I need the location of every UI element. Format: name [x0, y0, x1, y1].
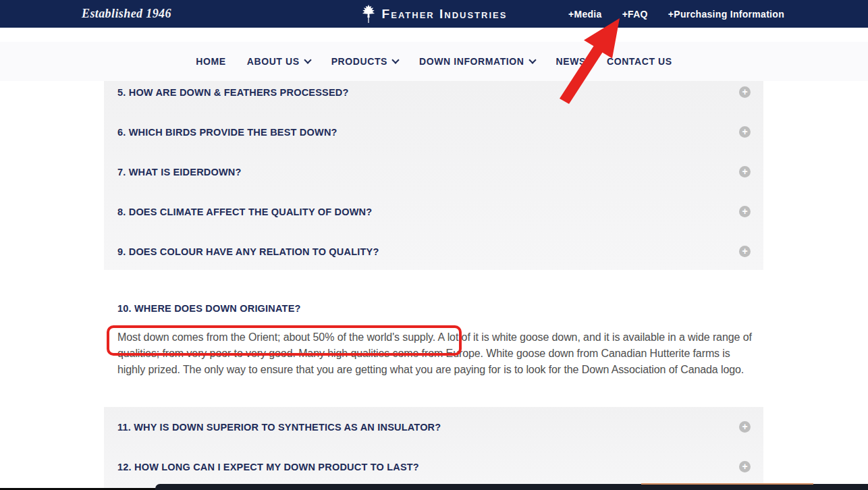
top-link-purchasing-information[interactable]: +Purchasing Information	[668, 9, 784, 20]
nav-item-news[interactable]: NEWS	[556, 56, 586, 67]
faq-page: Established 1946 Feather Industries +Med…	[0, 0, 868, 490]
faq-row-6[interactable]: 6. WHICH BIRDS PROVIDE THE BEST DOWN? +	[104, 112, 763, 152]
faq-question: 5. HOW ARE DOWN & FEATHERS PROCESSED?	[117, 87, 349, 98]
faq-question: 8. DOES CLIMATE AFFECT THE QUALITY OF DO…	[117, 207, 372, 217]
top-links: +Media +FAQ +Purchasing Information	[568, 0, 784, 28]
faq-question: 11. WHY IS DOWN SUPERIOR TO SYNTHETICS A…	[117, 422, 441, 433]
nav-item-about-us[interactable]: ABOUT US	[247, 56, 310, 67]
maple-leaf-icon	[361, 5, 376, 23]
plus-circle-icon[interactable]: +	[739, 206, 751, 217]
nav-item-home[interactable]: HOME	[196, 56, 225, 67]
main-navbar: HOME ABOUT US PRODUCTS DOWN INFORMATION …	[0, 42, 868, 81]
faq-question: 9. DOES COLOUR HAVE ANY RELATION TO QUAL…	[117, 246, 379, 257]
bottom-overlay-bar	[155, 484, 868, 490]
nav-label: ABOUT US	[247, 56, 300, 67]
plus-circle-icon[interactable]: +	[739, 86, 751, 98]
faq-row-5[interactable]: 5. HOW ARE DOWN & FEATHERS PROCESSED? +	[104, 81, 763, 112]
chevron-down-icon	[304, 56, 311, 63]
chevron-down-icon	[528, 56, 536, 63]
faq-question: 7. WHAT IS EIDERDOWN?	[117, 167, 242, 178]
nav-label: DOWN INFORMATION	[419, 56, 524, 67]
brand-name: Feather Industries	[382, 7, 508, 22]
plus-circle-icon[interactable]: +	[739, 421, 751, 433]
nav-label: NEWS	[556, 56, 586, 67]
faq-question: 6. WHICH BIRDS PROVIDE THE BEST DOWN?	[117, 127, 337, 138]
nav-label: PRODUCTS	[331, 56, 387, 67]
nav-item-contact-us[interactable]: CONTACT US	[607, 56, 672, 67]
established-tagline: Established 1946	[82, 0, 171, 28]
top-utility-bar: Established 1946 Feather Industries +Med…	[0, 0, 868, 28]
plus-circle-icon[interactable]: +	[739, 126, 751, 138]
faq-row-11[interactable]: 11. WHY IS DOWN SUPERIOR TO SYNTHETICS A…	[104, 407, 763, 447]
faq-row-9[interactable]: 9. DOES COLOUR HAVE ANY RELATION TO QUAL…	[104, 232, 763, 270]
faq-accordion-upper: 5. HOW ARE DOWN & FEATHERS PROCESSED? + …	[104, 81, 763, 270]
nav-label: HOME	[196, 56, 225, 67]
top-link-media[interactable]: +Media	[568, 9, 602, 20]
bottom-accent-line	[641, 483, 813, 485]
plus-circle-icon[interactable]: +	[739, 166, 751, 178]
plus-circle-icon[interactable]: +	[739, 461, 751, 472]
plus-circle-icon[interactable]: +	[739, 246, 751, 257]
nav-item-products[interactable]: PRODUCTS	[331, 56, 398, 67]
faq-row-8[interactable]: 8. DOES CLIMATE AFFECT THE QUALITY OF DO…	[104, 192, 763, 232]
top-link-faq[interactable]: +FAQ	[622, 9, 648, 20]
faq-accordion-lower: 11. WHY IS DOWN SUPERIOR TO SYNTHETICS A…	[104, 407, 763, 490]
nav-label: CONTACT US	[607, 56, 672, 67]
faq-open-question[interactable]: 10. WHERE DOES DOWN ORIGINATE?	[117, 303, 301, 314]
nav-item-down-information[interactable]: DOWN INFORMATION	[419, 56, 535, 67]
faq-row-12[interactable]: 12. HOW LONG CAN I EXPECT MY DOWN PRODUC…	[104, 447, 763, 487]
faq-row-7[interactable]: 7. WHAT IS EIDERDOWN? +	[104, 152, 763, 192]
chevron-down-icon	[391, 56, 399, 63]
faq-open-answer: Most down comes from the Orient; about 5…	[117, 329, 760, 378]
faq-question: 12. HOW LONG CAN I EXPECT MY DOWN PRODUC…	[117, 462, 419, 472]
